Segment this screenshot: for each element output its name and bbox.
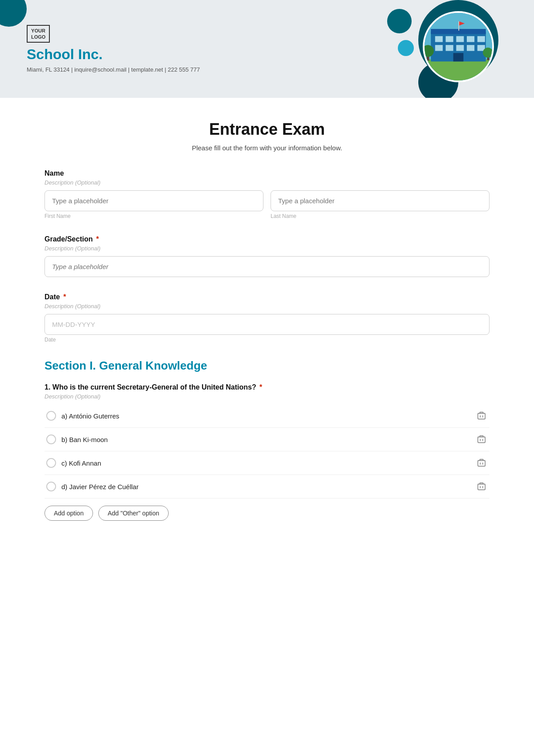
options-list-q1: a) António Guterres bbox=[44, 404, 490, 499]
svg-rect-19 bbox=[458, 21, 459, 31]
corner-circle-decoration bbox=[0, 0, 27, 27]
svg-rect-10 bbox=[446, 45, 453, 51]
required-marker-q1: * bbox=[259, 383, 262, 391]
form-title: Entrance Exam bbox=[44, 120, 490, 139]
last-name-sublabel: Last Name bbox=[271, 213, 490, 219]
question-1-label: 1. Who is the current Secretary-General … bbox=[44, 383, 490, 391]
header-branding: YOUR LOGO School Inc. Miami, FL 33124 | … bbox=[27, 25, 200, 73]
radio-option-a[interactable] bbox=[46, 411, 56, 421]
option-row: c) Kofi Annan bbox=[44, 451, 490, 475]
deco-circle-small-top bbox=[387, 9, 412, 33]
deco-circle-mini bbox=[398, 40, 414, 56]
radio-option-d[interactable] bbox=[46, 482, 56, 491]
main-content: Entrance Exam Please fill out the form w… bbox=[0, 98, 534, 559]
svg-rect-12 bbox=[467, 45, 474, 51]
option-row: a) António Guterres bbox=[44, 404, 490, 428]
svg-rect-28 bbox=[478, 437, 485, 443]
field-grade-label: Grade/Section * bbox=[44, 235, 490, 243]
radio-option-b[interactable] bbox=[46, 434, 56, 444]
svg-rect-42 bbox=[478, 484, 485, 490]
option-left: c) Kofi Annan bbox=[46, 458, 101, 468]
field-date-description: Description (Optional) bbox=[44, 303, 490, 310]
page-header: YOUR LOGO School Inc. Miami, FL 33124 | … bbox=[0, 0, 534, 98]
section1-header: Section I. General Knowledge bbox=[44, 359, 490, 373]
svg-rect-6 bbox=[456, 36, 464, 42]
field-date-label: Date * bbox=[44, 293, 490, 301]
first-name-sublabel: First Name bbox=[44, 213, 263, 219]
option-row: d) Javier Pérez de Cuéllar bbox=[44, 475, 490, 499]
school-image bbox=[423, 11, 494, 82]
svg-rect-14 bbox=[453, 53, 464, 61]
add-option-button[interactable]: Add option bbox=[44, 506, 93, 521]
svg-rect-11 bbox=[456, 45, 464, 51]
option-c-text: c) Kofi Annan bbox=[61, 459, 101, 467]
add-option-row: Add option Add "Other" option bbox=[44, 506, 490, 521]
school-name: School Inc. bbox=[27, 46, 200, 63]
required-marker: * bbox=[94, 235, 99, 243]
svg-rect-4 bbox=[435, 36, 443, 42]
option-left: a) António Guterres bbox=[46, 411, 119, 421]
question-1-description: Description (Optional) bbox=[44, 393, 490, 400]
name-input-row: First Name Last Name bbox=[44, 190, 490, 219]
delete-option-c-button[interactable] bbox=[475, 457, 488, 469]
grade-section-input[interactable] bbox=[44, 256, 490, 277]
field-grade-description: Description (Optional) bbox=[44, 245, 490, 252]
school-contact: Miami, FL 33124 | inquire@school.mail | … bbox=[27, 66, 200, 73]
last-name-col: Last Name bbox=[271, 190, 490, 219]
date-sublabel: Date bbox=[44, 337, 490, 343]
field-name-label: Name bbox=[44, 169, 490, 177]
add-other-option-button[interactable]: Add "Other" option bbox=[98, 506, 169, 521]
delete-option-b-button[interactable] bbox=[475, 433, 488, 446]
first-name-col: First Name bbox=[44, 190, 263, 219]
option-a-text: a) António Guterres bbox=[61, 412, 119, 420]
svg-rect-8 bbox=[477, 36, 485, 42]
required-marker-date: * bbox=[61, 293, 66, 301]
last-name-input[interactable] bbox=[271, 190, 490, 211]
option-d-text: d) Javier Pérez de Cuéllar bbox=[61, 483, 138, 491]
date-input[interactable] bbox=[44, 314, 490, 335]
svg-rect-35 bbox=[478, 461, 485, 466]
option-row: b) Ban Ki-moon bbox=[44, 428, 490, 451]
field-grade-section: Grade/Section * Description (Optional) bbox=[44, 235, 490, 277]
svg-rect-21 bbox=[478, 414, 485, 419]
delete-option-d-button[interactable] bbox=[475, 480, 488, 493]
field-name: Name Description (Optional) First Name L… bbox=[44, 169, 490, 219]
logo-box: YOUR LOGO bbox=[27, 25, 50, 43]
field-date: Date * Description (Optional) Date bbox=[44, 293, 490, 343]
option-b-text: b) Ban Ki-moon bbox=[61, 436, 108, 443]
field-name-description: Description (Optional) bbox=[44, 179, 490, 186]
header-image-area bbox=[356, 13, 507, 84]
delete-option-a-button[interactable] bbox=[475, 410, 488, 422]
form-subtitle: Please fill out the form with your infor… bbox=[44, 144, 490, 152]
radio-option-c[interactable] bbox=[46, 458, 56, 468]
svg-rect-9 bbox=[435, 45, 443, 51]
option-left: b) Ban Ki-moon bbox=[46, 434, 108, 444]
svg-rect-7 bbox=[467, 36, 474, 42]
option-left: d) Javier Pérez de Cuéllar bbox=[46, 482, 138, 491]
question-1-number: 1. bbox=[44, 383, 53, 391]
first-name-input[interactable] bbox=[44, 190, 263, 211]
svg-rect-5 bbox=[446, 36, 453, 42]
question-1: 1. Who is the current Secretary-General … bbox=[44, 383, 490, 521]
